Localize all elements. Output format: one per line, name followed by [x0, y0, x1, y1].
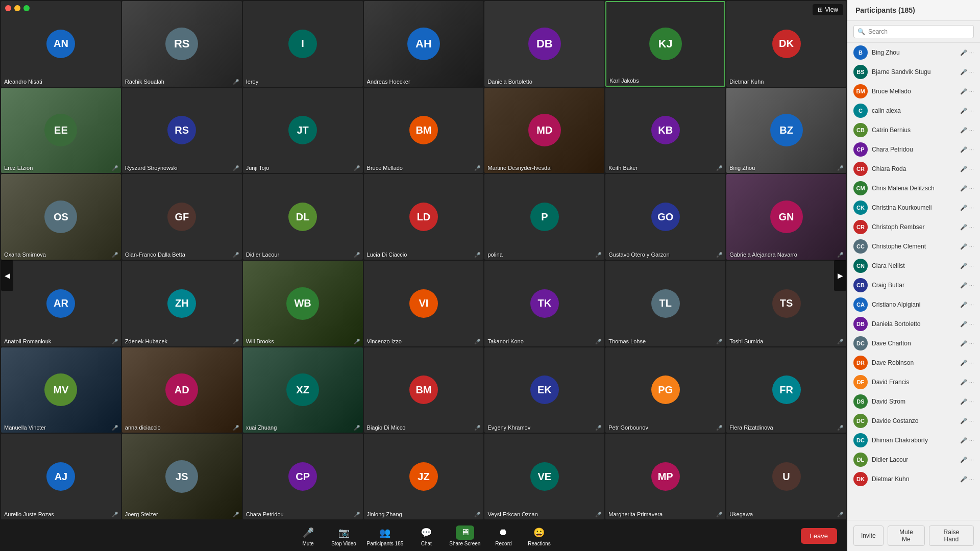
more-icon[interactable]: ··· [969, 418, 974, 424]
participant-list-item: DC Dhiman Chakraborty 🎤 ··· [847, 431, 980, 450]
more-icon[interactable]: ··· [969, 263, 974, 269]
mute-icon-19: 🎤 [595, 252, 601, 258]
participant-name: Cristiano Alpigiani [872, 301, 956, 308]
chat-button[interactable]: 💬 Chat [413, 525, 439, 546]
participant-avatar: CN [853, 259, 868, 273]
mute-icon-41: 🎤 [716, 512, 722, 517]
avatar-1: AN [46, 30, 75, 58]
more-icon[interactable]: ··· [969, 49, 974, 56]
participant-name-17: Didier Lacour [246, 252, 279, 258]
participant-list-item: CB Catrin Bernius 🎤 ··· [847, 120, 980, 140]
reactions-button[interactable]: 😀 Reactions [526, 525, 552, 546]
video-cell-8: EE Erez Etzion 🎤 [1, 88, 121, 173]
video-cell-34: PG Petr Gorbounov 🎤 [605, 347, 725, 433]
video-cell-31: XZ xuai Zhuang 🎤 [243, 347, 363, 433]
participant-name: Chara Petridou [872, 146, 956, 153]
participant-name-22: Anatoli Romaniouk [4, 338, 51, 344]
avatar-18: LD [409, 203, 438, 231]
muted-indicator: 🎤 [960, 185, 967, 192]
view-button[interactable]: ⊞ View [813, 4, 843, 15]
mute-me-button[interactable]: Mute Me [888, 525, 925, 546]
more-icon[interactable]: ··· [969, 108, 974, 114]
participant-name-20: Gustavo Otero y Garzon [608, 252, 669, 258]
participant-list-item: C calin alexa 🎤 ··· [847, 101, 980, 120]
mute-icon-9: 🎤 [233, 165, 239, 171]
muted-indicator: 🎤 [960, 360, 967, 366]
muted-indicator: 🎤 [960, 379, 967, 386]
more-icon[interactable]: ··· [969, 457, 974, 463]
reactions-label: Reactions [528, 541, 550, 546]
participant-list-item: CR Chiara Roda 🎤 ··· [847, 159, 980, 179]
share-screen-button[interactable]: 🖥 Share Screen [449, 525, 480, 546]
traffic-green[interactable] [23, 5, 30, 11]
invite-button[interactable]: Invite [853, 525, 884, 546]
participant-status-icons: 🎤 ··· [960, 379, 974, 386]
participant-name-41: Margherita Primavera [608, 511, 663, 517]
participant-name: Christina Kourkoumeli [872, 204, 956, 211]
more-icon[interactable]: ··· [969, 243, 974, 250]
more-icon[interactable]: ··· [969, 69, 974, 76]
more-icon[interactable]: ··· [969, 185, 974, 192]
participant-list-item: DF David Francis 🎤 ··· [847, 372, 980, 392]
video-cell-41: MP Margherita Primavera 🎤 [605, 434, 725, 519]
more-icon[interactable]: ··· [969, 224, 974, 231]
avatar-14: BZ [770, 114, 803, 146]
avatar-35: FR [772, 375, 801, 404]
muted-indicator: 🎤 [960, 398, 967, 405]
next-page-button[interactable]: ▶ [834, 260, 846, 291]
avatar-15: OS [44, 201, 77, 233]
more-icon[interactable]: ··· [969, 398, 974, 405]
mute-label: Mute [302, 541, 313, 546]
more-icon[interactable]: ··· [969, 321, 974, 328]
video-cell-39: JZ Jinlong Zhang 🎤 [364, 434, 484, 519]
participant-status-icons: 🎤 ··· [960, 166, 974, 172]
mute-icon-27: 🎤 [716, 339, 722, 344]
participant-avatar: CB [853, 278, 868, 292]
video-cell-9: RS Ryszard Stroynowski 🎤 [122, 88, 242, 173]
avatar-3: I [288, 30, 317, 58]
more-icon[interactable]: ··· [969, 146, 974, 153]
participant-name-25: Vincenzo Izzo [367, 338, 402, 344]
raise-hand-button[interactable]: Raise Hand [929, 525, 974, 546]
mute-button[interactable]: 🎤 Mute [296, 525, 321, 546]
mute-icon-36: 🎤 [112, 512, 118, 517]
more-icon[interactable]: ··· [969, 340, 974, 347]
traffic-yellow[interactable] [14, 5, 20, 11]
mute-icon-38: 🎤 [354, 512, 360, 517]
more-icon[interactable]: ··· [969, 166, 974, 172]
bottom-toolbar: 🎤 Mute 📷 Stop Video 👥 Participants 185 💬… [0, 520, 847, 551]
traffic-red[interactable] [5, 5, 11, 11]
more-icon[interactable]: ··· [969, 379, 974, 386]
participant-status-icons: 🎤 ··· [960, 476, 974, 483]
more-icon[interactable]: ··· [969, 302, 974, 308]
stop-video-button[interactable]: 📷 Stop Video [331, 525, 357, 546]
participant-avatar: DF [853, 375, 868, 389]
participant-avatar: CM [853, 181, 868, 195]
mute-icon-42: 🎤 [837, 512, 843, 517]
more-icon[interactable]: ··· [969, 437, 974, 444]
muted-indicator: 🎤 [960, 476, 967, 483]
more-icon[interactable]: ··· [969, 476, 974, 483]
search-input[interactable] [853, 25, 974, 38]
video-cell-18: LD Lucia Di Ciaccio 🎤 [364, 174, 484, 260]
more-icon[interactable]: ··· [969, 88, 974, 95]
leave-button[interactable]: Leave [801, 528, 837, 544]
participant-name-10: Junji Tojo [246, 165, 270, 171]
more-icon[interactable]: ··· [969, 282, 974, 289]
more-icon[interactable]: ··· [969, 205, 974, 211]
mute-icon-28: 🎤 [837, 339, 843, 344]
previous-page-button[interactable]: ◀ [1, 260, 13, 291]
muted-indicator: 🎤 [960, 88, 967, 95]
more-icon[interactable]: ··· [969, 360, 974, 366]
participant-name: Christoph Rembser [872, 223, 956, 231]
video-cell-2: RS Rachik Soualah 🎤 [122, 1, 242, 87]
record-button[interactable]: ⏺ Record [491, 525, 516, 546]
video-cell-32: BM Biagio Di Micco 🎤 [364, 347, 484, 433]
avatar-17: DL [288, 203, 317, 231]
participant-name: Craig Buttar [872, 282, 956, 289]
video-cell-4: AH Andreas Hoecker [364, 1, 484, 87]
more-icon[interactable]: ··· [969, 127, 974, 134]
participants-button[interactable]: 👥 Participants 185 [367, 525, 404, 546]
avatar-24: WB [286, 287, 319, 320]
participant-name-27: Thomas Lohse [608, 338, 646, 344]
